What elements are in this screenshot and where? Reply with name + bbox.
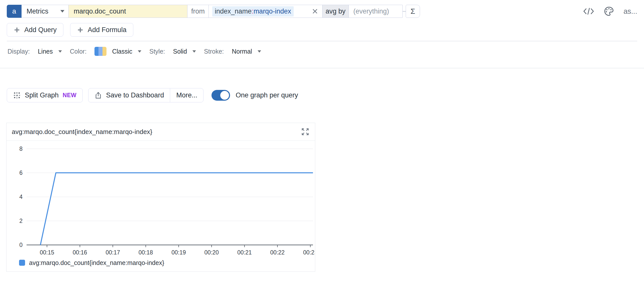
query-row: a Metrics marqo.doc_count from index_nam… (7, 5, 420, 18)
as-function-button[interactable]: as... (623, 7, 637, 16)
add-query-button[interactable]: Add Query (7, 23, 63, 37)
more-button[interactable]: More... (170, 88, 203, 102)
split-graph-label: Split Graph (25, 91, 59, 99)
legend-label: avg:marqo.doc_count{index_name:marqo-ind… (29, 259, 164, 266)
export-icon (94, 92, 102, 99)
display-options-row: Display: Lines Color: Classic Style: Sol… (8, 46, 261, 57)
scope-filter-input[interactable]: index_name:marqo-index (209, 5, 323, 18)
graph-title: avg:marqo.doc_count{index_name:marqo-ind… (12, 128, 301, 136)
timeseries-chart: 0246800:1500:1600:1700:1800:1900:2000:21… (7, 141, 315, 255)
aggregator-dropdown[interactable]: avg by (323, 5, 349, 18)
palette-icon[interactable] (603, 6, 614, 17)
color-label: Color: (70, 48, 87, 55)
add-formula-label: Add Formula (88, 26, 127, 34)
graph-toolbar: Split Graph NEW Save to Dashboard More..… (7, 88, 298, 102)
plus-icon (14, 27, 20, 33)
separator (7, 41, 637, 41)
clear-filter-icon[interactable] (311, 8, 319, 15)
split-grid-icon (13, 91, 21, 99)
from-label: from (187, 5, 209, 18)
svg-text:00:23: 00:23 (303, 249, 315, 255)
svg-text:2: 2 (19, 218, 23, 224)
add-formula-button[interactable]: Add Formula (70, 23, 133, 37)
add-query-label: Add Query (24, 26, 57, 34)
svg-text:00:20: 00:20 (204, 249, 219, 255)
style-label: Style: (149, 48, 165, 55)
save-to-dashboard-label: Save to Dashboard (106, 91, 164, 99)
new-badge: NEW (63, 92, 76, 99)
one-graph-per-query-toggle[interactable] (211, 90, 230, 101)
sigma-rollup-button[interactable]: Σ (406, 5, 420, 18)
filter-token: index_name:marqo-index (212, 6, 294, 17)
one-graph-per-query-label: One graph per query (236, 91, 298, 99)
stroke-label: Stroke: (204, 48, 224, 55)
data-source-dropdown[interactable]: Metrics (22, 5, 69, 18)
graph-panel: avg:marqo.doc_count{index_name:marqo-ind… (6, 123, 315, 272)
chevron-down-icon (58, 50, 62, 53)
metric-value: marqo.doc_count (74, 8, 126, 15)
query-letter-badge[interactable]: a (7, 5, 22, 18)
line-style-dropdown[interactable]: Solid (173, 48, 196, 55)
palette-swatch (94, 47, 106, 56)
svg-text:00:16: 00:16 (73, 249, 87, 255)
chevron-down-icon (60, 10, 64, 13)
split-graph-button[interactable]: Split Graph NEW (7, 88, 83, 102)
chevron-down-icon (258, 50, 261, 53)
metrics-explorer-page: a Metrics marqo.doc_count from index_nam… (0, 0, 644, 283)
expand-icon[interactable] (301, 127, 310, 136)
plus-icon (77, 27, 84, 33)
chevron-down-icon (192, 50, 196, 53)
group-by-input[interactable]: (everything) (349, 5, 403, 18)
display-type-dropdown[interactable]: Lines (38, 48, 62, 55)
graph-panel-header: avg:marqo.doc_count{index_name:marqo-ind… (7, 123, 315, 141)
legend-item[interactable]: avg:marqo.doc_count{index_name:marqo-ind… (19, 258, 164, 268)
separator (0, 68, 644, 68)
toggle-knob (220, 91, 229, 100)
svg-text:4: 4 (19, 194, 23, 200)
metric-input[interactable]: marqo.doc_count (69, 5, 187, 18)
display-label: Display: (8, 48, 30, 55)
svg-text:0: 0 (19, 242, 23, 248)
add-buttons-row: Add Query Add Formula (7, 23, 133, 37)
svg-text:00:19: 00:19 (171, 249, 186, 255)
svg-text:6: 6 (19, 170, 23, 176)
color-palette-dropdown[interactable]: Classic (94, 47, 141, 56)
chevron-down-icon (138, 50, 141, 53)
svg-text:00:18: 00:18 (139, 249, 153, 255)
legend-swatch (19, 260, 25, 266)
svg-text:8: 8 (19, 146, 23, 152)
connector-line (403, 11, 406, 12)
save-button-group: Save to Dashboard More... (88, 88, 203, 102)
query-actions: as... (583, 5, 637, 18)
svg-text:00:15: 00:15 (40, 249, 54, 255)
svg-text:00:22: 00:22 (270, 249, 285, 255)
data-source-label: Metrics (27, 8, 48, 15)
save-to-dashboard-button[interactable]: Save to Dashboard (88, 88, 170, 102)
svg-text:00:21: 00:21 (237, 249, 252, 255)
stroke-dropdown[interactable]: Normal (232, 48, 261, 55)
code-view-icon[interactable] (583, 7, 594, 16)
svg-text:00:17: 00:17 (105, 249, 120, 255)
